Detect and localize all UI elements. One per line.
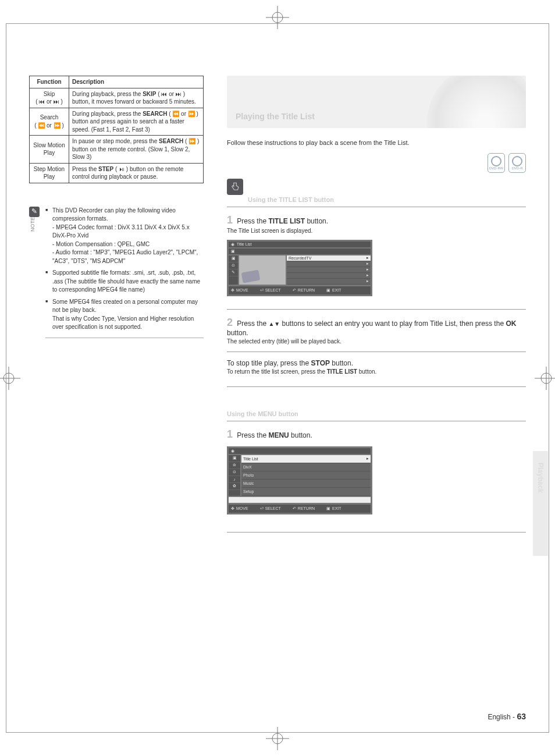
registration-mark-top: [266, 6, 289, 29]
registration-mark-bottom: [266, 727, 289, 750]
page-footer: English - 63: [488, 712, 526, 721]
note-item: This DVD Recorder can play the following…: [45, 207, 204, 266]
registration-mark-left: [0, 367, 20, 390]
note-body: This DVD Recorder can play the following…: [45, 207, 204, 338]
registration-mark-right: [535, 367, 555, 390]
note-label: NOTE: [29, 217, 37, 232]
note-item: Supported subtitle file formats: .smi, .…: [45, 269, 204, 294]
side-tab: Playback: [533, 451, 548, 556]
disc-illustration: Playing the Title List: [227, 76, 526, 128]
section-title: Playing the Title List: [236, 112, 315, 121]
note-item: Some MPEG4 files created on a personal c…: [45, 298, 204, 332]
